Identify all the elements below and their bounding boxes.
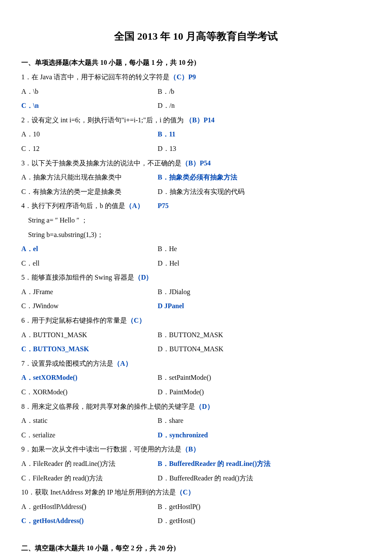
q3-option-b: B．抽象类必须有抽象方法 — [158, 170, 371, 185]
q10-option-d: D．getHost() — [158, 514, 371, 528]
q4-code-line2: String b=a.substring(1,3)； — [21, 228, 371, 242]
q8-stem: 8．用来定义临界段，能对共享对象的操作上锁的关键字是（D） — [21, 399, 371, 414]
q5-option-a: A．JFrame — [21, 285, 158, 299]
q1-answer-ref: （C）P9 — [170, 73, 196, 81]
q5-answer: （D） — [134, 274, 153, 281]
q5-option-c: C．JWindow — [21, 299, 158, 313]
q7-option-a: A．setXORMode() — [21, 370, 158, 385]
q3-stem: 3．以下关于抽象类及抽象方法的说法中，不正确的是（B）P54 — [21, 156, 371, 171]
q9-stem: 9．如果一次从文件中读出一行数据，可使用的方法是（B） — [21, 442, 371, 457]
q4-code-line1: String a= ″ Hello ″ ； — [21, 213, 371, 228]
q3-option-d: D．抽象方法没有实现的代码 — [158, 185, 371, 199]
q9-option-c: C．FileReader 的 read()方法 — [21, 471, 158, 486]
q10-stem: 10．获取 InetAddress 对象的 IP 地址所用到的方法是（C） — [21, 485, 371, 500]
q1-option-b: B．/b — [158, 84, 371, 99]
q9-stem-text: 9．如果一次从文件中读出一行数据，可使用的方法是 — [21, 445, 182, 453]
q7-option-b: B．setPaintMode() — [158, 370, 371, 385]
q9-option-a: A．FileReader 的 readLine()方法 — [21, 457, 158, 471]
q10-option-b: B．getHostlP() — [158, 500, 371, 514]
q4-answer: （A） — [125, 202, 144, 209]
q2-option-d: D．13 — [158, 142, 371, 156]
q2-option-c: C．12 — [21, 142, 158, 156]
q9-option-d: D．BufferedReader 的 read()方法 — [158, 471, 371, 486]
q4-option-d: D．Hel — [158, 256, 371, 271]
q2-stem-text: 2．设有定义 int i=6;，则执行语句"i+=i-1;"后，i 的值为 — [21, 116, 185, 124]
q4-stem: 4．执行下列程序语句后，b 的值是（A） P75 — [21, 199, 371, 213]
q6-option-c: C．BUTTON3_MASK — [21, 342, 158, 356]
q8-option-d: D．synchronized — [158, 428, 371, 442]
q8-option-c: C．serialize — [21, 428, 158, 442]
q3-option-a: A．抽象方法只能出现在抽象类中 — [21, 170, 158, 185]
page-title: 全国 2013 年 10 月高等教育自学考试 — [21, 26, 371, 47]
q2-answer-ref: （B）P14 — [185, 116, 214, 124]
q5-stem: 5．能够直接添加组件的 Swing 容器是（D） — [21, 270, 371, 285]
q3-option-c: C．有抽象方法的类一定是抽象类 — [21, 185, 158, 199]
q2-option-a: A．10 — [21, 127, 158, 142]
q7-option-c: C．XORMode() — [21, 385, 158, 399]
q6-option-d: D．BUTTON4_MASK — [158, 342, 371, 356]
q4-option-a: A．el — [21, 242, 158, 256]
q5-option-d: D JPanel — [158, 299, 371, 313]
q5-option-b: B．JDialog — [158, 285, 371, 299]
q1-option-a: A．\b — [21, 84, 158, 99]
q1-stem: 1．在 Java 语言中，用于标记回车符的转义字符是（C）P9 — [21, 70, 371, 84]
q6-answer: （C） — [127, 317, 146, 324]
q10-option-c: C．getHostAddress() — [21, 514, 158, 528]
q8-stem-text: 8．用来定义临界段，能对共享对象的操作上锁的关键字是 — [21, 403, 195, 410]
q5-stem-text: 5．能够直接添加组件的 Swing 容器是 — [21, 274, 134, 281]
q4-option-c: C．ell — [21, 256, 158, 271]
q7-stem: 7．设置异或绘图模式的方法是（A） — [21, 356, 371, 371]
q8-answer: （D） — [195, 403, 214, 410]
q8-option-b: B．share — [158, 413, 371, 428]
q8-option-a: A．static — [21, 413, 158, 428]
q7-answer: （A） — [113, 360, 132, 367]
q10-option-a: A．getHostlPAddress() — [21, 500, 158, 514]
q9-option-b: B．BufferedReader 的 readLine()方法 — [158, 457, 371, 471]
q3-answer-ref: （B）P54 — [182, 159, 210, 167]
q7-stem-text: 7．设置异或绘图模式的方法是 — [21, 360, 113, 367]
q1-option-d: D．/n — [158, 98, 371, 113]
q2-stem: 2．设有定义 int i=6;，则执行语句"i+=i-1;"后，i 的值为 （B… — [21, 113, 371, 127]
q7-option-d: D．PaintMode() — [158, 385, 371, 399]
q4-stem-text: 4．执行下列程序语句后，b 的值是 — [21, 202, 125, 209]
section2-heading: 二、填空题(本大题共 10 小题，每空 2 分，共 20 分) — [21, 541, 371, 555]
q6-stem-text: 6．用于判定鼠标右键操作的常量是 — [21, 317, 127, 324]
q2-option-b: B．11 — [158, 127, 371, 142]
q6-option-b: B．BUTTON2_MASK — [158, 328, 371, 342]
q9-answer: （B） — [182, 445, 200, 453]
q10-answer: （C） — [176, 489, 195, 496]
q1-stem-text: 1．在 Java 语言中，用于标记回车符的转义字符是 — [21, 73, 170, 81]
q1-option-c: C．\n — [21, 98, 158, 113]
q6-stem: 6．用于判定鼠标右键操作的常量是（C） — [21, 313, 371, 328]
section1-heading: 一、单项选择题(本大题共 10 小题，每小题 1 分，共 10 分) — [21, 55, 371, 70]
q4-ref: P75 — [158, 199, 371, 213]
q3-stem-text: 3．以下关于抽象类及抽象方法的说法中，不正确的是 — [21, 159, 182, 167]
q10-stem-text: 10．获取 InetAddress 对象的 IP 地址所用到的方法是 — [21, 489, 176, 496]
q4-option-b: B．He — [158, 242, 371, 256]
q6-option-a: A．BUTTON1_MASK — [21, 328, 158, 342]
